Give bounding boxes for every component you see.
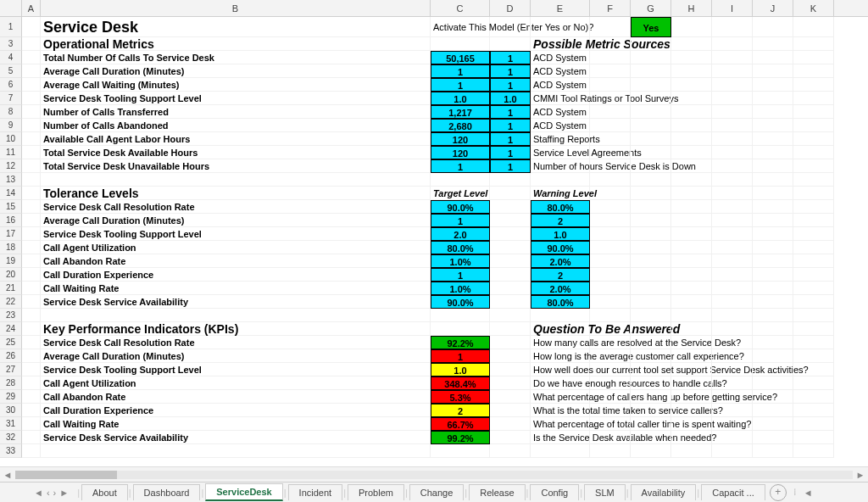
tolerance-warning[interactable]: 90.0% (531, 241, 590, 254)
metric-value-d[interactable]: 1 (490, 159, 531, 173)
col-header-F[interactable]: F (590, 0, 631, 16)
metric-source[interactable]: CMMI Tool Ratings or Tool Surveys (531, 92, 590, 105)
tolerance-target[interactable]: 90.0% (431, 200, 490, 214)
tolerance-label[interactable]: Call Waiting Rate (41, 282, 431, 295)
kpi-value[interactable]: 66.7% (431, 417, 490, 431)
kpi-label[interactable]: Call Waiting Rate (41, 417, 431, 431)
sheet-tab[interactable]: Config (530, 484, 579, 500)
metric-label[interactable]: Service Desk Tooling Support Level (41, 92, 431, 105)
col-header-K[interactable]: K (793, 0, 834, 16)
metric-label[interactable]: Total Number Of Calls To Service Desk (41, 51, 431, 64)
tolerance-label[interactable]: Service Desk Service Availability (41, 295, 431, 309)
tolerance-warning[interactable]: 2.0% (531, 254, 590, 268)
operational-metrics-header[interactable]: Operational Metrics (41, 37, 431, 51)
tolerance-label[interactable]: Service Desk Tooling Support Level (41, 227, 431, 241)
metric-value-d[interactable]: 1 (490, 146, 531, 159)
kpi-question[interactable]: What percentage of total caller time is … (531, 417, 590, 431)
metric-value-d[interactable]: 1.0 (490, 92, 531, 105)
question-header[interactable]: Question To Be Answered (531, 322, 590, 336)
metric-value-d[interactable]: 1 (490, 51, 531, 64)
kpi-value[interactable]: 99.2% (431, 431, 490, 444)
metric-label[interactable]: Number of Calls Abandoned (41, 119, 431, 132)
sheet-tab[interactable]: About (81, 484, 128, 500)
kpi-value[interactable]: 92.2% (431, 336, 490, 349)
kpi-value[interactable]: 5.3% (431, 390, 490, 404)
horizontal-scrollbar[interactable]: ◄ ► (0, 466, 868, 482)
tolerance-warning[interactable]: 80.0% (531, 200, 590, 214)
tolerance-label[interactable]: Call Abandon Rate (41, 254, 431, 268)
tolerance-label[interactable]: Average Call Duration (Minutes) (41, 214, 431, 227)
metric-value-c[interactable]: 120 (431, 146, 490, 159)
metric-label[interactable]: Number of Calls Transferred (41, 105, 431, 119)
tolerance-target[interactable]: 1 (431, 268, 490, 282)
tolerance-target[interactable]: 1.0% (431, 282, 490, 295)
tolerance-target[interactable]: 80.0% (431, 241, 490, 254)
kpi-question[interactable]: What is the total time taken to service … (531, 404, 590, 417)
metric-value-c[interactable]: 50,165 (431, 51, 490, 64)
col-header-J[interactable]: J (753, 0, 793, 16)
sheet-tab[interactable]: Change (409, 484, 465, 500)
metric-source[interactable]: ACD System (531, 105, 590, 119)
kpi-label[interactable]: Service Desk Call Resolution Rate (41, 336, 431, 349)
metric-value-c[interactable]: 1.0 (431, 92, 490, 105)
grid-area[interactable]: 1 Service Desk Activate This Model (Ente… (0, 17, 868, 466)
select-all-cell[interactable] (0, 0, 22, 16)
kpi-question[interactable]: How long is the average customer call ex… (531, 349, 590, 363)
target-level-header[interactable]: Target Level (431, 187, 490, 200)
col-header-A[interactable]: A (22, 0, 41, 16)
tolerance-warning[interactable]: 2 (531, 268, 590, 282)
metric-value-d[interactable]: 1 (490, 105, 531, 119)
metric-source[interactable]: Number of hours Service Desk is Down (531, 159, 590, 173)
metric-source[interactable]: Service Level Agreements (531, 146, 590, 159)
tab-scroll-icon[interactable]: ◄ (804, 488, 813, 498)
activate-value[interactable]: Yes (631, 17, 671, 37)
col-header-H[interactable]: H (671, 0, 712, 16)
page-title[interactable]: Service Desk (41, 17, 431, 37)
tab-prev-icon[interactable]: ‹ (47, 488, 50, 498)
metric-label[interactable]: Average Call Waiting (Minutes) (41, 78, 431, 92)
warning-level-header[interactable]: Warning Level (531, 187, 590, 200)
kpi-label[interactable]: Service Desk Service Availability (41, 431, 431, 444)
tolerance-header[interactable]: Tolerance Levels (41, 187, 431, 200)
col-header-I[interactable]: I (712, 0, 753, 16)
kpi-label[interactable]: Average Call Duration (Minutes) (41, 349, 431, 363)
metric-source[interactable]: ACD System (531, 51, 590, 64)
scroll-track[interactable] (15, 471, 853, 479)
metric-source[interactable]: ACD System (531, 64, 590, 78)
scroll-thumb[interactable] (15, 471, 117, 479)
metric-label[interactable]: Total Service Desk Available Hours (41, 146, 431, 159)
sheet-tab[interactable]: Dashboard (133, 484, 201, 500)
sheet-tab[interactable]: Availability (631, 484, 697, 500)
tolerance-target[interactable]: 90.0% (431, 295, 490, 309)
kpi-value[interactable]: 1 (431, 349, 490, 363)
sheet-tab[interactable]: ServiceDesk (205, 483, 282, 501)
tolerance-target[interactable]: 2.0 (431, 227, 490, 241)
metric-value-d[interactable]: 1 (490, 64, 531, 78)
kpi-header[interactable]: Key Performance Indicators (KPIs) (41, 322, 431, 336)
metric-value-c[interactable]: 120 (431, 132, 490, 146)
metric-label[interactable]: Average Call Duration (Minutes) (41, 64, 431, 78)
kpi-value[interactable]: 348.4% (431, 376, 490, 390)
kpi-question[interactable]: How many calls are resolved at the Servi… (531, 336, 590, 349)
tolerance-warning[interactable]: 80.0% (531, 295, 590, 309)
tolerance-target[interactable]: 1 (431, 214, 490, 227)
metric-source[interactable]: ACD System (531, 119, 590, 132)
kpi-label[interactable]: Service Desk Tooling Support Level (41, 363, 431, 376)
tolerance-target[interactable]: 1.0% (431, 254, 490, 268)
col-header-G[interactable]: G (631, 0, 671, 16)
col-header-D[interactable]: D (490, 0, 531, 16)
new-sheet-button[interactable]: + (770, 484, 787, 501)
tab-last-icon[interactable]: ► (59, 488, 69, 498)
tolerance-label[interactable]: Call Agent Utilization (41, 241, 431, 254)
metric-label[interactable]: Available Call Agent Labor Hours (41, 132, 431, 146)
tab-first-icon[interactable]: ◄ (34, 488, 43, 498)
metric-label[interactable]: Total Service Desk Unavailable Hours (41, 159, 431, 173)
tolerance-label[interactable]: Service Desk Call Resolution Rate (41, 200, 431, 214)
metric-value-c[interactable]: 1 (431, 159, 490, 173)
sheet-tab[interactable]: Incident (288, 484, 343, 500)
metric-value-c[interactable]: 1 (431, 78, 490, 92)
metric-value-d[interactable]: 1 (490, 119, 531, 132)
sheet-tab[interactable]: Release (469, 484, 525, 500)
tolerance-warning[interactable]: 2 (531, 214, 590, 227)
metric-sources-header[interactable]: Possible Metric Sources (531, 37, 590, 51)
